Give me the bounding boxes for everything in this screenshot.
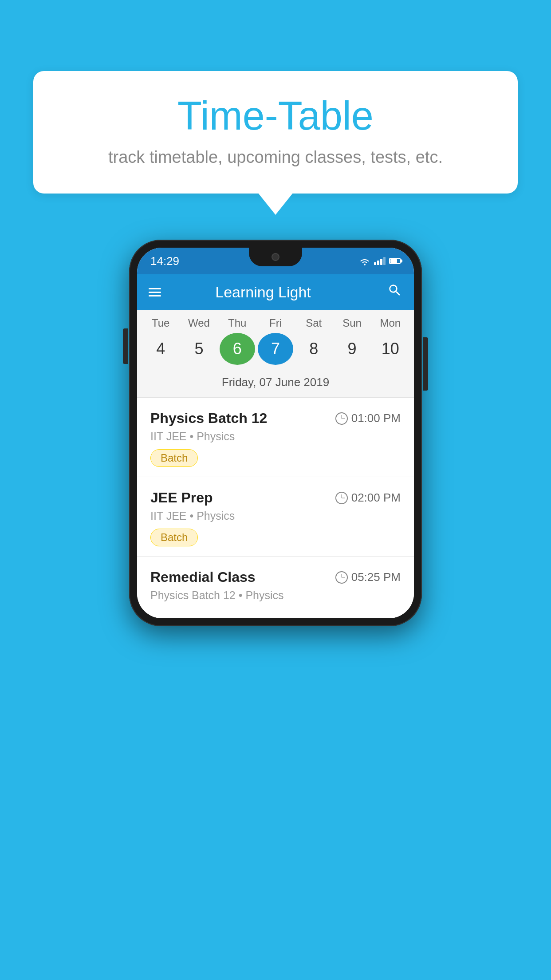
schedule-item-3-time-text: 05:25 PM bbox=[351, 570, 401, 584]
search-button[interactable] bbox=[387, 283, 402, 301]
day-header-thu: Thu bbox=[220, 317, 255, 329]
speech-bubble-card: Time-Table track timetable, upcoming cla… bbox=[33, 71, 518, 194]
schedule-item-3-header: Remedial Class 05:25 PM bbox=[150, 569, 401, 585]
calendar-strip: Tue Wed Thu Fri Sat Sun Mon 4 5 6 7 8 9 … bbox=[137, 310, 414, 398]
day-6-today[interactable]: 6 bbox=[220, 333, 255, 365]
phone-mockup: 14:29 bbox=[129, 240, 422, 626]
front-camera bbox=[272, 253, 279, 261]
schedule-item-1-time: 01:00 PM bbox=[335, 411, 401, 425]
status-bar: 14:29 bbox=[137, 248, 414, 274]
app-title: Learning Light bbox=[170, 284, 356, 301]
schedule-item-3-sub: Physics Batch 12 • Physics bbox=[150, 589, 401, 602]
day-header-sun: Sun bbox=[335, 317, 370, 329]
schedule-item-3-title: Remedial Class bbox=[150, 569, 256, 585]
schedule-item-2-sub: IIT JEE • Physics bbox=[150, 510, 401, 522]
day-header-mon: Mon bbox=[373, 317, 408, 329]
schedule-list: Physics Batch 12 01:00 PM IIT JEE • Phys… bbox=[137, 398, 414, 618]
day-header-tue: Tue bbox=[143, 317, 178, 329]
schedule-item-2-tag: Batch bbox=[150, 529, 198, 546]
notch bbox=[249, 248, 302, 266]
clock-icon-2 bbox=[335, 492, 348, 504]
schedule-item-1-title: Physics Batch 12 bbox=[150, 410, 267, 427]
schedule-item-1-tag: Batch bbox=[150, 449, 198, 467]
schedule-item-3[interactable]: Remedial Class 05:25 PM Physics Batch 12… bbox=[137, 557, 414, 618]
schedule-item-3-time: 05:25 PM bbox=[335, 570, 401, 584]
day-header-sat: Sat bbox=[296, 317, 331, 329]
signal-icon bbox=[374, 257, 386, 265]
schedule-item-1-header: Physics Batch 12 01:00 PM bbox=[150, 410, 401, 427]
day-5[interactable]: 5 bbox=[181, 333, 216, 365]
schedule-item-2[interactable]: JEE Prep 02:00 PM IIT JEE • Physics Batc… bbox=[137, 477, 414, 557]
schedule-item-2-time-text: 02:00 PM bbox=[351, 491, 401, 505]
day-10[interactable]: 10 bbox=[373, 333, 408, 365]
day-header-fri: Fri bbox=[258, 317, 293, 329]
day-header-wed: Wed bbox=[181, 317, 216, 329]
menu-button[interactable] bbox=[149, 288, 161, 296]
schedule-item-1-time-text: 01:00 PM bbox=[351, 411, 401, 425]
day-9[interactable]: 9 bbox=[335, 333, 370, 365]
selected-date-label: Friday, 07 June 2019 bbox=[137, 371, 414, 398]
page-title: Time-Table bbox=[60, 93, 491, 139]
day-4[interactable]: 4 bbox=[143, 333, 178, 365]
status-icons bbox=[359, 257, 401, 265]
day-8[interactable]: 8 bbox=[296, 333, 331, 365]
day-7-selected[interactable]: 7 bbox=[258, 333, 293, 365]
status-time: 14:29 bbox=[150, 254, 179, 268]
schedule-item-2-header: JEE Prep 02:00 PM bbox=[150, 490, 401, 506]
clock-icon-1 bbox=[335, 412, 348, 425]
day-numbers: 4 5 6 7 8 9 10 bbox=[137, 333, 414, 365]
schedule-item-1[interactable]: Physics Batch 12 01:00 PM IIT JEE • Phys… bbox=[137, 398, 414, 477]
schedule-item-2-title: JEE Prep bbox=[150, 490, 213, 506]
app-bar: Learning Light bbox=[137, 274, 414, 310]
page-subtitle: track timetable, upcoming classes, tests… bbox=[60, 148, 491, 167]
phone-screen: 14:29 bbox=[137, 248, 414, 618]
schedule-item-1-sub: IIT JEE • Physics bbox=[150, 430, 401, 443]
wifi-icon bbox=[359, 257, 370, 265]
schedule-item-2-time: 02:00 PM bbox=[335, 491, 401, 505]
battery-icon bbox=[389, 258, 401, 264]
phone-outer: 14:29 bbox=[129, 240, 422, 626]
clock-icon-3 bbox=[335, 571, 348, 584]
day-headers: Tue Wed Thu Fri Sat Sun Mon bbox=[137, 317, 414, 329]
